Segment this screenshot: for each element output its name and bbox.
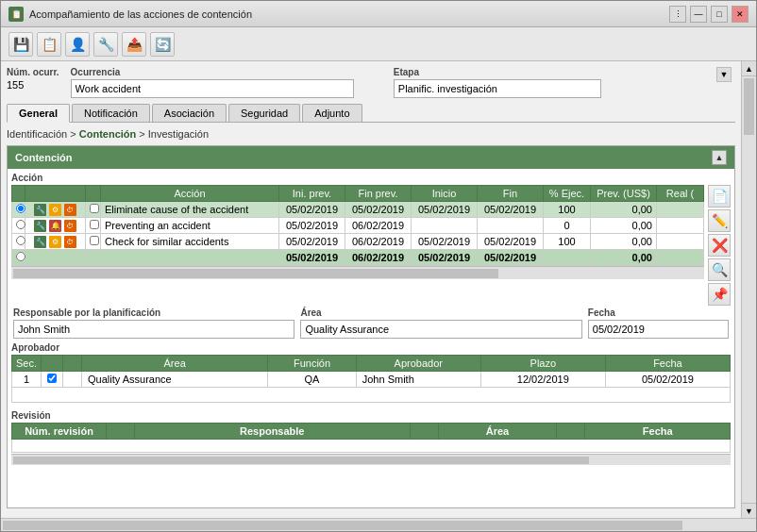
fecha-label: Fecha xyxy=(588,308,729,318)
col-cb2 xyxy=(63,356,82,372)
revision-table: Núm. revisión Responsable Área Fecha xyxy=(11,423,731,453)
prev: 0,00 xyxy=(591,250,657,266)
col-fin-prev: Fin prev. xyxy=(345,186,412,202)
scroll-down-button[interactable]: ▼ xyxy=(742,503,756,518)
icon1: 🔧 xyxy=(34,236,46,248)
ejec: 100 xyxy=(544,202,591,218)
inicio: 05/02/2019 xyxy=(412,250,478,266)
icon2: ⚙ xyxy=(49,236,61,248)
user-button[interactable]: 👤 xyxy=(65,32,90,57)
table-row-new: 05/02/2019 06/02/2019 05/02/2019 05/02/2… xyxy=(12,250,704,266)
side-buttons: 📄 ✏️ ❌ 🔍 📌 xyxy=(708,185,731,306)
window-title: Acompañamiento de las acciones de conten… xyxy=(29,8,252,20)
search-row-button[interactable]: 🔍 xyxy=(708,258,731,281)
ini-prev: 05/02/2019 xyxy=(279,218,345,234)
table-row: 🔧 ⚙ ⏱ Check for similar accidents 05/02/… xyxy=(12,234,704,250)
col-extra xyxy=(63,372,82,388)
aprobador-value: John Smith xyxy=(356,372,480,388)
icons-cell: 🔧 ⚙ ⏱ xyxy=(25,202,86,218)
ocurrencia-label: Ocurrencia xyxy=(71,67,382,77)
etapa-input[interactable] xyxy=(394,79,601,98)
area-input[interactable] xyxy=(300,320,581,339)
accion-label: Acción xyxy=(11,173,731,183)
scroll-up-button[interactable]: ▲ xyxy=(742,61,756,76)
export-button[interactable]: 📤 xyxy=(122,32,146,57)
prev: 0,00 xyxy=(591,218,657,234)
icons-cell: 🔧 🔔 ⏱ xyxy=(25,218,86,234)
breadcrumb-sep2: > xyxy=(139,128,147,140)
accion-value: Check for similar accidents xyxy=(101,234,279,250)
contencion-title: Contención xyxy=(15,152,73,163)
ocurrencia-input[interactable] xyxy=(71,79,354,98)
fecha-input[interactable] xyxy=(588,320,729,339)
icon3: ⏱ xyxy=(64,236,76,248)
delete-row-button[interactable]: ❌ xyxy=(708,234,731,257)
edit-row-button[interactable]: ✏️ xyxy=(708,209,731,232)
check-cell[interactable] xyxy=(86,234,101,250)
header-scroll[interactable]: ▼ xyxy=(716,67,732,82)
pin-row-button[interactable]: 📌 xyxy=(708,283,731,306)
minimize-button[interactable]: — xyxy=(690,6,707,23)
tab-notificacion[interactable]: Notificación xyxy=(72,104,150,122)
fin-prev: 05/02/2019 xyxy=(345,202,412,218)
col-prev: Prev. (US$) xyxy=(591,186,657,202)
num-label: Núm. ocurr. xyxy=(7,67,59,77)
menu-button[interactable]: ⋮ xyxy=(669,6,686,23)
ini-prev: 05/02/2019 xyxy=(279,250,345,266)
revision-hscrollbar[interactable] xyxy=(11,454,731,465)
scroll-track[interactable] xyxy=(742,76,756,503)
right-scrollbar[interactable]: ▲ ▼ xyxy=(741,61,756,518)
aprobador-section: Aprobador Sec. Área Función Aprobador xyxy=(11,342,731,403)
fin: 05/02/2019 xyxy=(478,250,544,266)
scroll-thumb xyxy=(744,78,754,135)
radio-cell[interactable] xyxy=(12,218,25,234)
maximize-button[interactable]: □ xyxy=(711,6,728,23)
fin: 05/02/2019 xyxy=(478,234,544,250)
area-value: Quality Assurance xyxy=(82,372,268,388)
radio-cell[interactable] xyxy=(12,234,25,250)
aprobador-row-empty xyxy=(12,388,731,403)
bottom-hscrollbar[interactable] xyxy=(1,518,756,531)
radio-cell[interactable] xyxy=(12,202,25,218)
check-value[interactable] xyxy=(42,372,63,388)
icon1: 🔧 xyxy=(34,220,46,232)
tab-general[interactable]: General xyxy=(7,104,70,123)
prev: 0,00 xyxy=(591,234,657,250)
copy-button[interactable]: 📋 xyxy=(37,32,61,57)
close-button[interactable]: ✕ xyxy=(732,6,749,23)
fin-prev: 06/02/2019 xyxy=(345,218,412,234)
title-bar: 📋 Acompañamiento de las acciones de cont… xyxy=(1,1,756,27)
check-cell[interactable] xyxy=(86,218,101,234)
contencion-body: Acción xyxy=(8,169,734,507)
aprobador-table: Sec. Área Función Aprobador Plazo Fecha xyxy=(11,355,731,403)
ini-prev: 05/02/2019 xyxy=(279,202,345,218)
add-row-button[interactable]: 📄 xyxy=(708,185,731,208)
hscrollbar-thumb xyxy=(13,269,498,278)
col-accion: Acción xyxy=(101,186,279,202)
col-rev4 xyxy=(410,424,438,440)
header-form: Núm. ocurr. 155 Ocurrencia Etapa ▼ xyxy=(7,67,735,98)
col-sec: Sec. xyxy=(12,356,42,372)
save-button[interactable]: 💾 xyxy=(8,32,33,57)
tab-adjunto[interactable]: Adjunto xyxy=(302,104,362,122)
col-cb1 xyxy=(42,356,63,372)
ejec: 0 xyxy=(544,218,591,234)
refresh-button[interactable]: 🔄 xyxy=(150,32,175,57)
settings-button[interactable]: 🔧 xyxy=(93,32,118,57)
col-real: Real ( xyxy=(657,186,704,202)
tab-asociacion[interactable]: Asociación xyxy=(152,104,227,122)
revision-scroll-thumb xyxy=(13,457,589,464)
tab-seguridad[interactable]: Seguridad xyxy=(228,104,300,122)
window: 📋 Acompañamiento de las acciones de cont… xyxy=(0,0,757,532)
actions-hscrollbar[interactable] xyxy=(11,266,704,279)
section-collapse-btn[interactable]: ▲ xyxy=(712,150,727,165)
col-responsable: Responsable xyxy=(135,424,411,440)
responsable-input[interactable] xyxy=(13,320,294,339)
tabs-bar: General Notificación Asociación Segurida… xyxy=(7,104,735,123)
app-icon: 📋 xyxy=(8,7,24,22)
check-cell[interactable] xyxy=(86,202,101,218)
col-aprobador: Aprobador xyxy=(356,356,480,372)
check-cell[interactable] xyxy=(86,250,101,266)
sec-value: 1 xyxy=(12,372,42,388)
radio-cell[interactable] xyxy=(12,250,25,266)
